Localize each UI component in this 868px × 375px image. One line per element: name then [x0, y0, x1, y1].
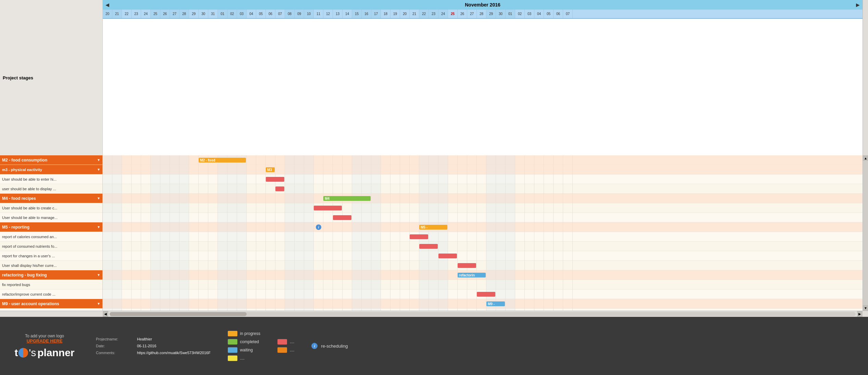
- vert-scroll[interactable]: ▲ ▼: [863, 155, 868, 311]
- day-col: [544, 242, 554, 251]
- day-col: [304, 280, 314, 289]
- expand-icon[interactable]: ▼: [97, 225, 100, 229]
- day-col: [304, 232, 314, 242]
- day-col: [458, 309, 467, 311]
- expand-icon[interactable]: ▼: [97, 302, 100, 306]
- day-col: [275, 251, 285, 261]
- day-col: [218, 184, 227, 194]
- normal-row-label: report of consumed nutrients fo...: [0, 242, 102, 251]
- day-col: [506, 242, 515, 251]
- day-col: [544, 174, 554, 184]
- day-col: [371, 165, 381, 174]
- day-col: [160, 261, 170, 270]
- expand-icon[interactable]: ▼: [97, 158, 100, 162]
- day-col: [496, 251, 506, 261]
- gantt-row-4: M4: [103, 194, 863, 203]
- upgrade-link[interactable]: UPGRADE HERE: [27, 338, 63, 344]
- day-col: [199, 289, 208, 299]
- day-col: [525, 155, 534, 165]
- gantt-bar: [410, 234, 428, 239]
- day-col: [285, 222, 295, 232]
- day-col: [247, 251, 256, 261]
- day-col: [390, 251, 400, 261]
- day-col: [132, 289, 141, 299]
- day-col: [525, 222, 534, 232]
- scroll-left-arrow[interactable]: ◀: [103, 311, 108, 317]
- day-col: [525, 213, 534, 222]
- day-col: [448, 270, 458, 280]
- day-col: [381, 194, 390, 203]
- day-col: [371, 299, 381, 309]
- group-row-label[interactable]: M5 - reporting▼: [0, 222, 102, 232]
- day-col: [218, 165, 227, 174]
- day-col: [496, 155, 506, 165]
- group-row-label[interactable]: M4 - food recipes▼: [0, 194, 102, 203]
- day-col: [563, 213, 573, 222]
- scroll-down-arrow[interactable]: ▼: [863, 305, 868, 311]
- group-row-label[interactable]: refactoring - bug fixing▼: [0, 270, 102, 280]
- day-col: [314, 242, 323, 251]
- day-col: [247, 222, 256, 232]
- day-col: [179, 203, 189, 213]
- info-icon[interactable]: i: [316, 224, 321, 230]
- day-col: [141, 174, 151, 184]
- day-col: [122, 289, 132, 299]
- scroll-thumb[interactable]: [110, 312, 247, 316]
- day-col: [237, 251, 247, 261]
- day-col: [247, 309, 256, 311]
- day-col: [390, 289, 400, 299]
- scroll-right-arrow[interactable]: ▶: [857, 311, 863, 317]
- day-cols-container: [103, 184, 573, 194]
- day-col: [132, 184, 141, 194]
- gantt-row-2: [103, 174, 863, 184]
- day-col: [486, 184, 496, 194]
- day-col: [285, 203, 295, 213]
- day-col: [419, 165, 429, 174]
- day-col: [237, 309, 247, 311]
- expand-icon[interactable]: ▼: [97, 168, 100, 171]
- day-col: [122, 242, 132, 251]
- normal-row-label: User shall display his/her curre...: [0, 261, 102, 270]
- day-col: [448, 174, 458, 184]
- day-col: [429, 203, 438, 213]
- day-col: [419, 280, 429, 289]
- day-col: [477, 174, 486, 184]
- day-col: [160, 289, 170, 299]
- day-header-cell: 01: [218, 10, 227, 18]
- day-col: [343, 270, 352, 280]
- gantt-row-13: [103, 280, 863, 289]
- group-row-label[interactable]: M9 - user account operations▼: [0, 299, 102, 309]
- group-row-label[interactable]: M2 - food consumption▼: [0, 155, 102, 165]
- day-col: [400, 222, 410, 232]
- day-col: [285, 261, 295, 270]
- day-col: [362, 203, 371, 213]
- gantt-row-1: M3: [103, 165, 863, 174]
- day-col: [141, 299, 151, 309]
- day-col: [141, 155, 151, 165]
- day-col: [333, 261, 343, 270]
- day-col: [199, 222, 208, 232]
- expand-icon[interactable]: ▼: [97, 196, 100, 200]
- day-col: [122, 194, 132, 203]
- expand-icon[interactable]: ▼: [97, 273, 100, 277]
- day-col: [486, 232, 496, 242]
- day-header-cell: 15: [352, 10, 362, 18]
- nav-right-arrow[interactable]: ▶: [856, 2, 860, 8]
- nav-left-arrow[interactable]: ◀: [106, 2, 109, 8]
- day-col: [189, 270, 199, 280]
- day-header-cell: 06: [554, 10, 563, 18]
- day-col: [477, 222, 486, 232]
- day-col: [141, 251, 151, 261]
- day-col: [179, 232, 189, 242]
- day-col: [448, 289, 458, 299]
- day-col: [352, 289, 362, 299]
- rows-area: M2 - food consumption▼m3 - physical eact…: [0, 155, 868, 311]
- day-col: [410, 165, 419, 174]
- month-header: ◀ November 2016 ▶: [103, 0, 863, 10]
- day-col: [400, 261, 410, 270]
- day-col: [141, 194, 151, 203]
- day-col: [352, 222, 362, 232]
- day-col: [285, 299, 295, 309]
- day-col: [151, 203, 160, 213]
- scroll-up-arrow[interactable]: ▲: [863, 155, 868, 161]
